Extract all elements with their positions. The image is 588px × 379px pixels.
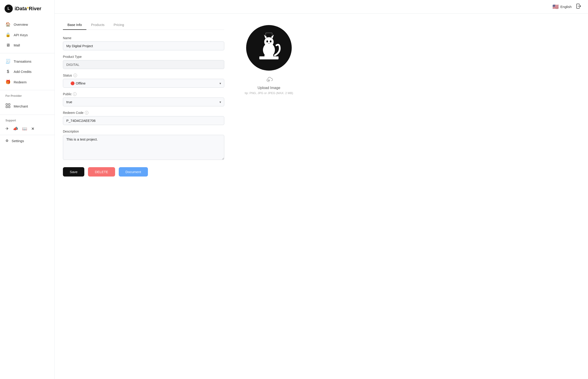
app-name: iData*River <box>15 6 41 12</box>
app-logo[interactable]: L iData*River <box>0 0 54 17</box>
sidebar-item-transactions[interactable]: 🧾 Transations <box>0 56 54 66</box>
form-actions: Save DELETE Document <box>63 167 224 176</box>
sidebar-item-redeem[interactable]: 🎁 Redeem <box>0 77 54 87</box>
product-type-field: Product Type <box>63 55 224 69</box>
merchant-icon <box>5 103 11 109</box>
name-input[interactable] <box>63 41 224 50</box>
sidebar-label-merchant: Merchant <box>14 104 28 108</box>
sidebar-label-transactions: Transations <box>14 60 32 63</box>
status-select-wrapper: 🔴 Offline 🟢 Online ▾ <box>63 79 224 88</box>
support-label: Support <box>0 116 54 124</box>
document-button[interactable]: Document <box>119 167 148 176</box>
logout-button[interactable] <box>576 3 582 11</box>
svg-rect-3 <box>8 106 10 108</box>
language-selector[interactable]: 🇺🇸 English <box>553 4 572 10</box>
status-label: Status i <box>63 74 224 77</box>
redeem-info-icon[interactable]: i <box>85 111 88 115</box>
svg-rect-1 <box>8 104 10 105</box>
sidebar-nav-provider: Merchant <box>0 99 54 114</box>
public-field: Public i true false ▾ <box>63 92 224 106</box>
main-content: 🇺🇸 English Base Info Products Pricing Na… <box>55 0 588 379</box>
image-area: Upload Image tip: PNG, JPG or JPEG (MAX.… <box>232 14 305 379</box>
sidebar-item-overview[interactable]: 🏠 Overview <box>0 19 54 30</box>
svg-point-10 <box>270 40 272 42</box>
redeem-code-label: Redeem Code i <box>63 111 224 115</box>
status-field: Status i 🔴 Offline 🟢 Online ▾ <box>63 74 224 88</box>
sidebar-label-redeem: Redeem <box>14 80 27 84</box>
top-header: 🇺🇸 English <box>55 0 588 14</box>
gift-icon: 🎁 <box>5 79 11 84</box>
monitor-icon: 🖥 <box>5 43 11 47</box>
sidebar-item-merchant[interactable]: Merchant <box>0 101 54 112</box>
upload-label: Upload Image <box>258 86 280 90</box>
delete-button[interactable]: DELETE <box>88 167 115 176</box>
telegram-icon[interactable]: ✈ <box>5 126 9 131</box>
description-field: Description This is a test project. <box>63 130 224 161</box>
description-label: Description <box>63 130 224 133</box>
main-inner: Base Info Products Pricing Name Product … <box>55 14 588 379</box>
svg-rect-4 <box>259 57 278 60</box>
sidebar: L iData*River 🏠 Overview 🔒 API Keys 🖥 Ma… <box>0 0 55 379</box>
dollar-icon: $ <box>5 69 11 74</box>
divider-1 <box>0 53 54 53</box>
sidebar-label-add-credits: Add Credits <box>14 70 32 74</box>
sidebar-label-mall: Mall <box>14 43 20 47</box>
sidebar-label-api-keys: API Keys <box>14 33 28 37</box>
tabs-row: Base Info Products Pricing <box>63 20 224 30</box>
sidebar-item-settings[interactable]: ⚙ Settings <box>0 136 54 145</box>
support-icons-row: ✈ 📣 📖 ✕ <box>0 124 54 134</box>
name-field: Name <box>63 36 224 50</box>
save-button[interactable]: Save <box>63 167 84 176</box>
settings-icon: ⚙ <box>5 139 8 143</box>
flag-icon: 🇺🇸 <box>553 4 559 10</box>
product-image <box>246 25 292 71</box>
upload-tip: tip: PNG, JPG or JPEG (MAX. 2 MB) <box>245 91 293 95</box>
form-area: Base Info Products Pricing Name Product … <box>55 14 232 379</box>
sidebar-item-add-credits[interactable]: $ Add Credits <box>0 66 54 77</box>
announcement-icon[interactable]: 📣 <box>13 126 18 131</box>
status-select[interactable]: 🔴 Offline 🟢 Online <box>63 79 224 88</box>
public-select[interactable]: true false <box>63 97 224 106</box>
description-textarea[interactable]: This is a test project. <box>63 135 224 160</box>
sidebar-label-overview: Overview <box>14 23 28 26</box>
upload-image-button[interactable]: Upload Image tip: PNG, JPG or JPEG (MAX.… <box>245 76 293 95</box>
sidebar-item-api-keys[interactable]: 🔒 API Keys <box>0 30 54 40</box>
public-select-wrapper: true false ▾ <box>63 97 224 106</box>
public-label: Public i <box>63 92 224 96</box>
svg-point-9 <box>266 40 268 42</box>
docs-icon[interactable]: 📖 <box>22 126 27 131</box>
language-label: English <box>560 5 572 9</box>
tab-products[interactable]: Products <box>86 20 109 30</box>
svg-rect-12 <box>264 55 267 58</box>
sidebar-nav-finance: 🧾 Transations $ Add Credits 🎁 Redeem <box>0 54 54 89</box>
receipt-icon: 🧾 <box>5 59 11 64</box>
tab-pricing[interactable]: Pricing <box>109 20 129 30</box>
status-info-icon[interactable]: i <box>73 74 77 77</box>
sidebar-label-settings: Settings <box>12 139 24 143</box>
twitter-icon[interactable]: ✕ <box>31 127 34 131</box>
product-type-label: Product Type <box>63 55 224 59</box>
redeem-code-field: Redeem Code i <box>63 111 224 125</box>
svg-rect-13 <box>271 55 273 58</box>
divider-4 <box>0 135 54 135</box>
name-label: Name <box>63 36 224 40</box>
sidebar-item-mall[interactable]: 🖥 Mall <box>0 40 54 50</box>
product-type-input[interactable] <box>63 60 224 69</box>
tab-base-info[interactable]: Base Info <box>63 20 86 30</box>
redeem-code-input[interactable] <box>63 116 224 125</box>
for-provider-label: For Provider <box>0 91 54 99</box>
lock-icon: 🔒 <box>5 32 11 37</box>
svg-rect-0 <box>6 104 8 105</box>
upload-icon <box>265 76 273 84</box>
logo-icon: L <box>5 5 13 13</box>
svg-rect-2 <box>6 106 8 108</box>
sidebar-nav-main: 🏠 Overview 🔒 API Keys 🖥 Mall <box>0 17 54 52</box>
public-info-icon[interactable]: i <box>73 92 77 96</box>
home-icon: 🏠 <box>5 22 11 27</box>
